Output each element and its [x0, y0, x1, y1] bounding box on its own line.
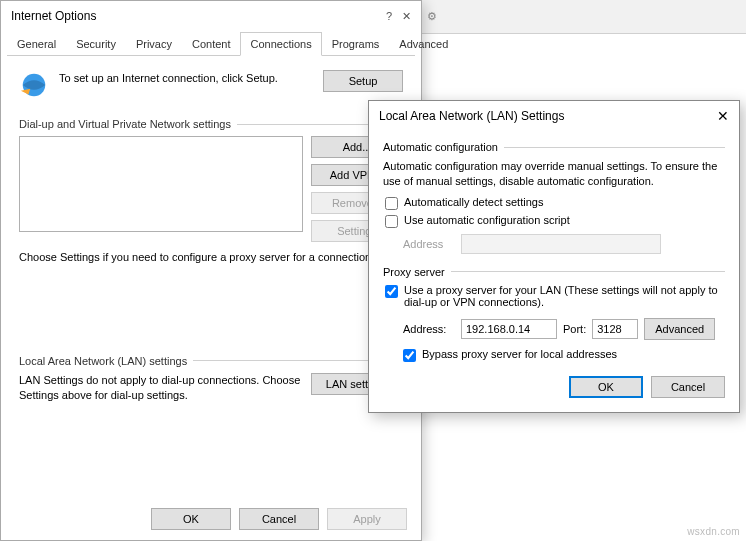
cancel-button[interactable]: Cancel [651, 376, 725, 398]
auto-config-note: Automatic configuration may override man… [383, 159, 725, 190]
bypass-row[interactable]: Bypass proxy server for local addresses [403, 348, 725, 362]
lan-title: Local Area Network (LAN) Settings [379, 109, 564, 123]
auto-config-group: Automatic configuration Automatic config… [383, 141, 725, 254]
lan-section-label: Local Area Network (LAN) settings [19, 355, 403, 367]
close-icon[interactable]: ✕ [717, 108, 729, 124]
use-proxy-checkbox[interactable] [385, 285, 398, 298]
use-proxy-row[interactable]: Use a proxy server for your LAN (These s… [385, 284, 725, 308]
lan-footer: OK Cancel [383, 376, 725, 398]
help-icon[interactable]: ? [386, 10, 392, 23]
proxy-port-input[interactable] [592, 319, 638, 339]
gear-icon[interactable]: ⚙ [427, 10, 437, 23]
apply-button: Apply [327, 508, 407, 530]
dialup-listbox[interactable] [19, 136, 303, 232]
internet-options-dialog: Internet Options ? ✕ General Security Pr… [0, 0, 422, 541]
dialog-title: Internet Options [11, 9, 96, 23]
proxy-address-input[interactable] [461, 319, 557, 339]
tab-security[interactable]: Security [66, 32, 126, 56]
script-address-row: Address [403, 234, 725, 254]
ok-button[interactable]: OK [569, 376, 643, 398]
tab-strip: General Security Privacy Content Connect… [7, 31, 415, 56]
tab-general[interactable]: General [7, 32, 66, 56]
dialog-body: To set up an Internet connection, click … [1, 56, 421, 417]
close-icon[interactable]: ✕ [402, 10, 411, 23]
auto-detect-row[interactable]: Automatically detect settings [385, 196, 725, 210]
globe-icon [19, 70, 49, 100]
auto-script-row[interactable]: Use automatic configuration script [385, 214, 725, 228]
lan-settings-dialog: Local Area Network (LAN) Settings ✕ Auto… [368, 100, 740, 413]
proxy-group: Proxy server Use a proxy server for your… [383, 266, 725, 362]
auto-script-checkbox[interactable] [385, 215, 398, 228]
tab-privacy[interactable]: Privacy [126, 32, 182, 56]
setup-text: To set up an Internet connection, click … [59, 70, 313, 84]
watermark: wsxdn.com [687, 526, 740, 537]
dialup-note: Choose Settings if you need to configure… [19, 250, 403, 265]
dialup-section-label: Dial-up and Virtual Private Network sett… [19, 118, 403, 130]
tab-content[interactable]: Content [182, 32, 241, 56]
lan-titlebar: Local Area Network (LAN) Settings ✕ [369, 101, 739, 131]
lan-note: LAN Settings do not apply to dial-up con… [19, 373, 301, 403]
tab-connections[interactable]: Connections [240, 32, 321, 56]
dialog-footer: OK Cancel Apply [151, 508, 407, 530]
dialog-titlebar: Internet Options ? ✕ [1, 1, 421, 31]
auto-detect-checkbox[interactable] [385, 197, 398, 210]
advanced-button[interactable]: Advanced [644, 318, 715, 340]
setup-button[interactable]: Setup [323, 70, 403, 92]
tab-programs[interactable]: Programs [322, 32, 390, 56]
bypass-checkbox[interactable] [403, 349, 416, 362]
cancel-button[interactable]: Cancel [239, 508, 319, 530]
ok-button[interactable]: OK [151, 508, 231, 530]
proxy-address-row: Address: Port: Advanced [403, 318, 725, 340]
script-address-input [461, 234, 661, 254]
tab-advanced[interactable]: Advanced [389, 32, 458, 56]
